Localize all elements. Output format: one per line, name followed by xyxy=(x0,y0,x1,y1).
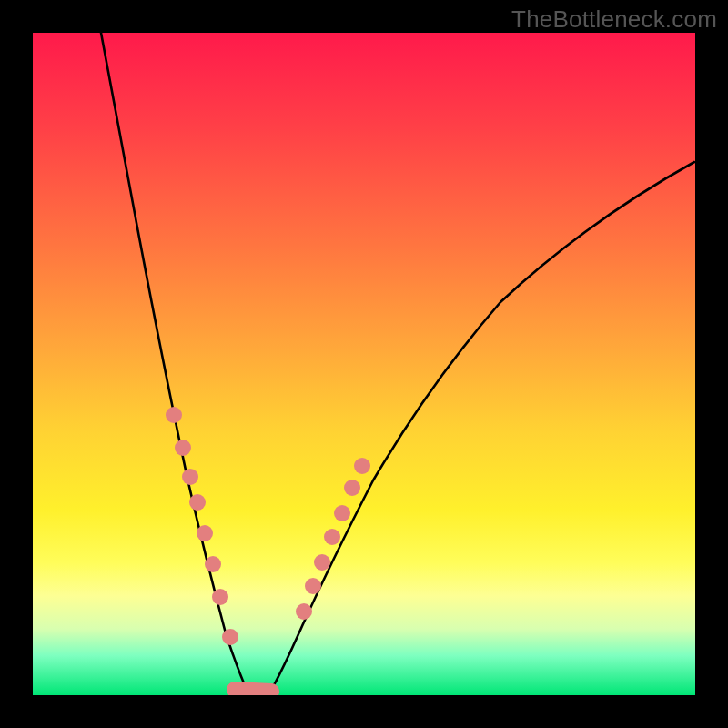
markers-right-arm xyxy=(296,458,370,620)
marker-dot xyxy=(182,469,198,485)
marker-dot xyxy=(305,578,321,594)
marker-dot xyxy=(205,556,221,572)
marker-dot xyxy=(197,525,213,541)
marker-dot xyxy=(334,505,350,521)
marker-dot xyxy=(189,494,206,511)
marker-dot xyxy=(324,529,340,545)
markers-left-arm xyxy=(166,407,238,645)
marker-dot xyxy=(166,407,182,423)
plot-area xyxy=(33,33,695,695)
chart-frame: TheBottleneck.com xyxy=(0,0,728,728)
curve-layer xyxy=(33,33,695,695)
marker-dot xyxy=(212,589,228,605)
marker-dot xyxy=(314,554,330,571)
curve-right-arm xyxy=(269,162,694,693)
marker-dot xyxy=(344,480,360,496)
marker-dot xyxy=(175,440,191,456)
marker-dot xyxy=(222,629,238,645)
marker-dot xyxy=(296,603,312,620)
watermark-text: TheBottleneck.com xyxy=(511,5,717,34)
marker-dot xyxy=(354,458,370,474)
marker-bottom-bridge xyxy=(235,690,271,692)
